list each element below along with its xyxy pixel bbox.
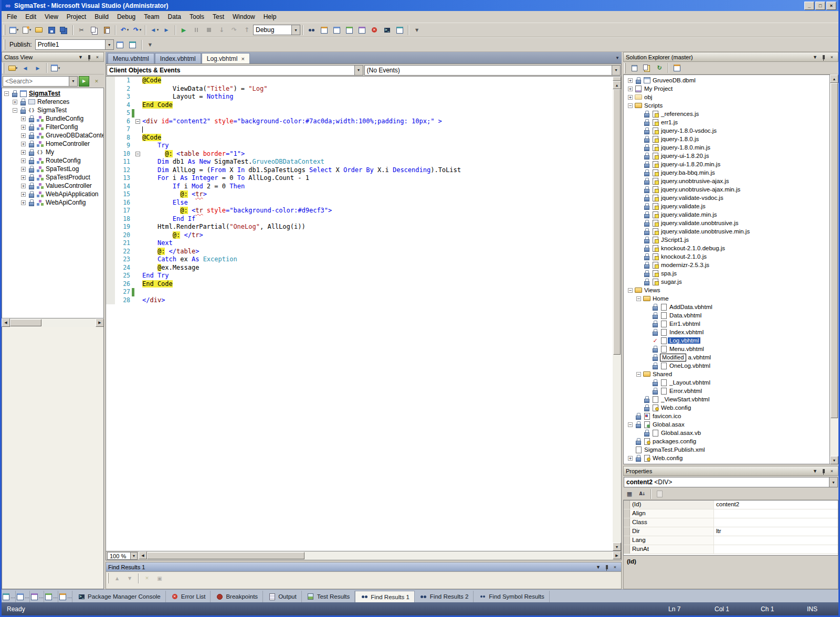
class-view-forward-button[interactable] <box>32 62 44 74</box>
start-debugging-button[interactable] <box>177 24 190 36</box>
events-combo[interactable]: (No Events) ▼ <box>364 65 621 76</box>
window-position-icon[interactable]: ▼ <box>594 563 602 571</box>
tree-item-packages-config[interactable]: packages.config <box>624 437 830 445</box>
tree-item-error-vbhtml[interactable]: Error.vbhtml <box>624 387 830 395</box>
code-line-17[interactable]: 17 @: <tr style="background-color:#d9ecf… <box>106 207 613 215</box>
close-icon[interactable]: × <box>611 563 619 571</box>
tree-item-spa-js[interactable]: spa.js <box>624 269 830 278</box>
command-window-button[interactable] <box>393 24 406 36</box>
tree-item-jquery-validate-unobtrusive-js[interactable]: jquery.validate.unobtrusive.js <box>624 219 830 227</box>
properties-window-button[interactable] <box>330 24 343 36</box>
object-selector-combo[interactable]: content2 <DIV> ▼ <box>624 477 838 487</box>
chevron-down-icon[interactable]: ▼ <box>612 66 620 75</box>
code-line-7[interactable]: 7 <box>106 125 613 134</box>
tree-item-jquery-unobtrusive-ajax-min-js[interactable]: jquery.unobtrusive-ajax.min.js <box>624 185 830 194</box>
menu-file[interactable]: File <box>3 12 21 22</box>
editor-horizontal-scrollbar[interactable]: ◀ ▶ <box>139 551 621 560</box>
toolbox-button[interactable] <box>355 24 368 36</box>
find-in-files-button[interactable] <box>305 24 318 36</box>
expand-icon[interactable]: + <box>13 100 17 104</box>
code-line-26[interactable]: 26End Code <box>106 280 613 289</box>
scrollbar-thumb[interactable] <box>831 83 838 418</box>
tree-item-my[interactable]: +My <box>2 148 103 156</box>
minimized-tool-window-tab-4[interactable]: … <box>44 591 58 602</box>
tool-window-tab-find-symbol-results[interactable]: Find Symbol Results <box>474 591 549 602</box>
menu-view[interactable]: View <box>40 12 62 22</box>
tree-item-shared[interactable]: −Shared <box>624 370 830 378</box>
collapse-icon[interactable]: − <box>636 296 641 301</box>
tree-item-jquery-ui-1-8-20-js[interactable]: jquery-ui-1.8.20.js <box>624 152 830 160</box>
property-row-runat[interactable]: RunAt <box>624 545 838 554</box>
tool-window-tab-breakpoints[interactable]: Breakpoints <box>211 591 263 602</box>
close-button[interactable]: × <box>826 2 836 10</box>
collapse-icon[interactable]: − <box>628 422 633 427</box>
tree-item-scripts[interactable]: −Scripts <box>624 101 830 110</box>
close-icon[interactable]: × <box>828 54 836 61</box>
tab-log-vbhtml[interactable]: Log.vbhtml× <box>202 53 250 63</box>
minimized-tool-window-tab-2[interactable]: … <box>16 591 30 602</box>
tree-item-jquery-1-8-0-vsdoc-js[interactable]: jquery-1.8.0-vsdoc.js <box>624 126 830 135</box>
close-icon[interactable]: × <box>93 54 101 61</box>
code-line-3[interactable]: 3 Layout = Nothing <box>106 93 613 101</box>
tree-item-sigmatest[interactable]: −SigmaTest <box>2 89 103 98</box>
tree-item-err1-vbhtml[interactable]: Err1.vbhtml <box>624 320 830 328</box>
tree-item-web-config[interactable]: Web.config <box>624 403 830 412</box>
expand-icon[interactable]: + <box>21 116 26 121</box>
scroll-up-icon[interactable]: ▲ <box>830 75 838 83</box>
tree-item-data-vbhtml[interactable]: Data.vbhtml <box>624 311 830 320</box>
property-value[interactable] <box>714 509 838 518</box>
tool-window-tab-output[interactable]: Output <box>263 591 302 602</box>
tree-item-layout-vbhtml[interactable]: _Layout.vbhtml <box>624 378 830 387</box>
tree-item-jquery-unobtrusive-ajax-js[interactable]: jquery.unobtrusive-ajax.js <box>624 177 830 185</box>
scroll-right-icon[interactable]: ▶ <box>613 551 621 559</box>
solution-explorer-button[interactable] <box>318 24 330 36</box>
code-line-16[interactable]: 16 Else <box>106 199 613 207</box>
tree-item-err1-js[interactable]: err1.js <box>624 118 830 126</box>
save-button[interactable] <box>45 24 58 36</box>
scroll-down-icon[interactable]: ▼ <box>830 456 838 464</box>
pin-icon[interactable] <box>820 54 827 61</box>
immediate-window-button[interactable] <box>381 24 393 36</box>
expand-icon[interactable]: + <box>21 142 26 146</box>
tree-item-references[interactable]: +References <box>2 98 103 106</box>
document-list-dropdown[interactable]: ▼ <box>615 56 620 60</box>
expand-icon[interactable]: + <box>21 150 26 155</box>
chevron-down-icon[interactable]: ▼ <box>829 477 837 487</box>
property-value[interactable]: content2 <box>714 501 838 509</box>
tree-item-gruveodb-dbml[interactable]: +GruveoDB.dbml <box>624 76 830 84</box>
code-line-1[interactable]: 1@Code <box>106 77 613 85</box>
code-line-22[interactable]: 22 @: </table> <box>106 248 613 256</box>
tree-item-home[interactable]: −Home <box>624 294 830 303</box>
tree-item-jquery-validate-unobtrusive-min-js[interactable]: jquery.validate.unobtrusive.min.js <box>624 227 830 236</box>
tree-item-webapiapplication[interactable]: +WebApiApplication <box>2 190 103 198</box>
window-position-icon[interactable]: ▼ <box>811 467 819 475</box>
expand-icon[interactable]: + <box>21 133 26 138</box>
maximize-button[interactable]: □ <box>815 2 825 10</box>
code-line-15[interactable]: 15 @: <tr> <box>106 190 613 199</box>
tree-item-jquery-1-8-0-min-js[interactable]: jquery-1.8.0.min.js <box>624 143 830 152</box>
scrollbar-thumb[interactable] <box>147 552 304 559</box>
editor-vertical-scrollbar[interactable]: ▲ ▼ <box>613 77 621 551</box>
chevron-down-icon[interactable]: ▼ <box>130 552 137 559</box>
collapse-icon[interactable]: − <box>13 108 17 113</box>
tree-item-global-asax[interactable]: −Global.asax <box>624 420 830 429</box>
chevron-down-icon[interactable]: ▼ <box>291 25 300 35</box>
code-area[interactable]: 1@Code2 ViewData("Title") = "Log"3 Layou… <box>106 77 613 551</box>
expand-icon[interactable]: + <box>21 167 26 172</box>
navigate-backward-button[interactable]: ▾ <box>148 24 160 36</box>
code-line-6[interactable]: 6−<div id="content2" style="background-c… <box>106 118 613 126</box>
window-position-icon[interactable]: ▼ <box>77 54 85 61</box>
expand-icon[interactable]: + <box>21 200 26 205</box>
tree-item-log-vbhtml[interactable]: Log.vbhtml <box>624 336 830 345</box>
tree-item-jquery-ba-bbq-min-js[interactable]: jquery.ba-bbq.min.js <box>624 168 830 177</box>
solution-configurations-combo[interactable]: Debug▼ <box>253 25 300 35</box>
tree-item-gruveodbdatacontext[interactable]: +GruveoDBDataContext <box>2 131 103 140</box>
tree-item-filterconfig[interactable]: +FilterConfig <box>2 123 103 131</box>
menu-edit[interactable]: Edit <box>21 12 40 22</box>
expand-icon[interactable]: + <box>21 192 26 197</box>
tree-item-references-js[interactable]: _references.js <box>624 110 830 118</box>
tree-item-jscript1-js[interactable]: JScript1.js <box>624 236 830 244</box>
tree-item-knockout-2-1-0-debug-js[interactable]: knockout-2.1.0.debug.js <box>624 244 830 252</box>
menu-test[interactable]: Test <box>208 12 228 22</box>
class-view-horizontal-scrollbar[interactable]: ◀ ▶ <box>2 318 104 327</box>
